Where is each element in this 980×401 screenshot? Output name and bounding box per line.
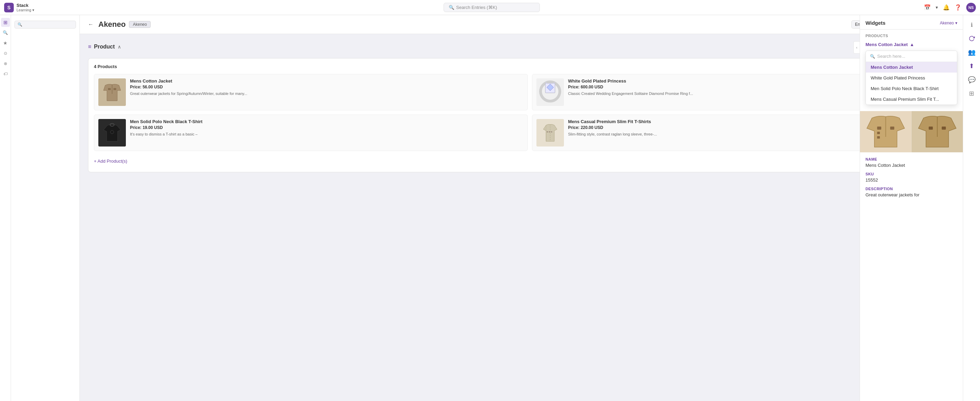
info-icon[interactable]: ℹ [966,19,977,30]
widget-product-image [860,111,963,152]
product-dropdown-menu: 🔍 Mens Cotton Jacket White Gold Plated P… [865,51,957,105]
svg-rect-17 [877,127,881,130]
name-field-label: Name [865,157,957,161]
dropdown-item-mens-cotton[interactable]: Mens Cotton Jacket [866,62,957,73]
description-field-value: Great outerwear jackets for [865,192,957,197]
right-panel-header: Widgets Akeneo ▾ [860,15,963,30]
nav-star-icon[interactable]: ★ [1,38,10,48]
panel-toggle-button[interactable]: ‹ [853,41,860,54]
topbar-actions: 📅 ▾ 🔔 ❓ NS [924,3,976,13]
sku-field-label: SKU [865,172,957,176]
sidebar-search-icon: 🔍 [18,22,22,27]
main-content: ← Akeneo Akeneo English - United States … [80,15,980,401]
svg-rect-2 [113,88,116,90]
products-container: 4 Products ⊞ ▾ [88,58,972,172]
nav-layers-icon[interactable]: ⊙ [1,49,10,58]
section-toggle[interactable]: ∧ [118,44,121,49]
dropdown-item-polo-neck[interactable]: Men Solid Polo Neck Black T-Shirt [866,83,957,94]
grid-icon[interactable]: ⊞ [966,88,977,99]
brand-logo: S [4,3,14,13]
nav-rail: ⊞ 🔍 ★ ⊙ ⊗ 🏷 [0,15,11,401]
svg-rect-13 [547,131,548,132]
notification-icon[interactable]: 🔔 [943,4,950,11]
product-name: Men Solid Polo Neck Black T-Shirt [130,119,523,124]
product-info: Men Solid Polo Neck Black T-Shirt Price:… [130,119,523,137]
product-image [99,119,126,146]
products-header: 4 Products ⊞ ▾ [94,64,966,69]
right-panel: Widgets Akeneo ▾ Products Mens Cotton Ja… [860,15,963,401]
add-product-button[interactable]: + Add Product(s) [94,156,966,167]
nav-search-icon[interactable]: 🔍 [1,28,10,37]
nav-grid-icon[interactable]: ⊞ [1,18,10,27]
description-field-label: Description [865,187,957,191]
svg-rect-20 [877,136,880,138]
product-card: Men Solid Polo Neck Black T-Shirt Price:… [94,115,528,151]
svg-rect-23 [942,127,946,130]
upload-icon[interactable]: ⬆ [966,60,977,72]
product-info: Mens Cotton Jacket Price: 56.00 USD Grea… [130,78,523,96]
widget-active-product: Mens Cotton Jacket [865,42,908,47]
widget-dropdown-trigger[interactable]: Mens Cotton Jacket ▲ [865,41,957,48]
svg-rect-22 [928,127,932,130]
chevron-down-icon[interactable]: ▾ [935,5,938,10]
svg-rect-19 [877,132,880,134]
svg-rect-14 [549,131,550,132]
section-icon: ≡ [88,44,91,50]
chat-icon[interactable]: 💬 [966,74,977,85]
product-image [536,78,564,106]
source-selector[interactable]: Akeneo ▾ [940,21,957,25]
section-header: ≡ Product ∧ [88,41,972,53]
search-input[interactable]: 🔍 Search Entries (⌘K) [444,3,540,12]
page-header: ← Akeneo Akeneo English - United States … [80,15,980,34]
page-badge: Akeneo [129,21,151,28]
dropdown-search-area: 🔍 [866,51,957,62]
name-field-value: Mens Cotton Jacket [865,163,957,168]
widget-details: Name Mens Cotton Jacket SKU 15552 Descri… [860,152,963,202]
product-name: Mens Cotton Jacket [130,78,523,84]
calendar-icon[interactable]: 📅 [924,4,931,11]
product-price: Price: 56.00 USD [130,84,523,89]
search-icon: 🔍 [449,5,454,10]
content-area: ≡ Product ∧ 4 Products ⊞ ▾ [80,34,980,401]
dropdown-up-arrow: ▲ [910,42,914,47]
dropdown-item-white-gold[interactable]: White Gold Plated Princess [866,73,957,83]
back-button[interactable]: ← [88,21,94,27]
products-grid: Mens Cotton Jacket Price: 56.00 USD Grea… [94,74,966,151]
product-image [536,119,564,146]
help-icon[interactable]: ❓ [955,4,961,11]
dropdown-item-casual[interactable]: Mens Casual Premium Slim Fit T... [866,94,957,105]
sku-field-value: 15552 [865,177,957,183]
brand-area: S Stack Learning ▾ [4,3,59,13]
product-image [99,78,126,106]
section-title: Product [94,44,115,50]
sidebar: 🔍 [11,15,80,401]
svg-rect-15 [551,131,552,132]
svg-rect-18 [890,127,894,130]
dropdown-search-icon: 🔍 [870,54,875,59]
users-icon[interactable]: 👥 [966,47,977,58]
product-desc: Great outerwear jackets for Spring/Autum… [130,91,523,96]
nav-tag-icon[interactable]: 🏷 [1,70,10,78]
widget-products-section: Products Mens Cotton Jacket ▲ 🔍 Mens Cot… [860,30,963,111]
dropdown-search-input[interactable] [877,54,953,59]
page-title: Akeneo [99,20,126,29]
source-chevron: ▾ [955,21,957,25]
topbar-search-area: 🔍 Search Entries (⌘K) [59,3,924,12]
widget-products-label: Products [865,34,957,38]
product-card: Mens Cotton Jacket Price: 56.00 USD Grea… [94,74,528,110]
products-count: 4 Products [94,64,117,69]
nav-flow-icon[interactable]: ⊗ [1,59,10,68]
svg-rect-1 [108,88,111,90]
sync-icon[interactable] [966,33,977,44]
brand-title: Stack Learning ▾ [16,3,34,13]
sidebar-search: 🔍 [11,19,80,30]
product-price: Price: 19.00 USD [130,125,523,130]
avatar[interactable]: NS [966,3,976,13]
right-rail: ℹ 👥 ⬆ 💬 ⊞ [963,15,980,401]
widgets-title: Widgets [865,20,885,26]
product-desc: It's easy to dismiss a T-shirt as a basi… [130,132,523,137]
